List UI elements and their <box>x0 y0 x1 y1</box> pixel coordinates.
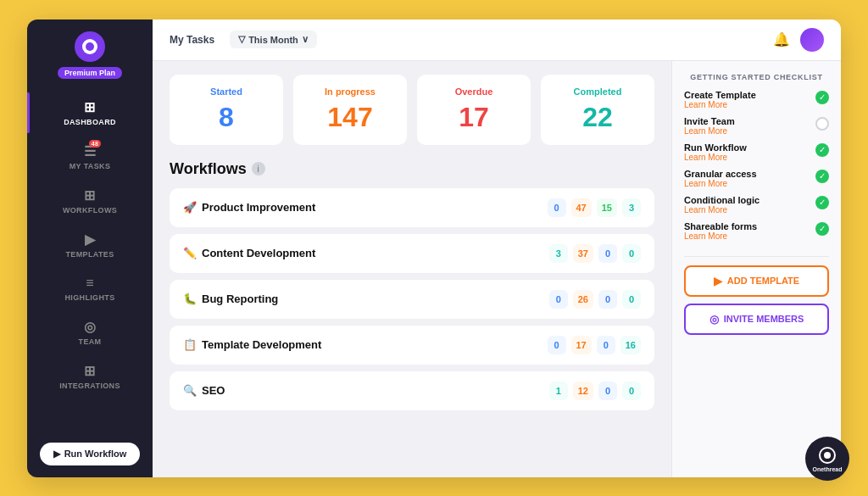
workflow-row[interactable]: ✏️ Content Development33700 <box>170 234 654 273</box>
info-icon[interactable]: i <box>252 162 265 176</box>
sidebar-item-templates[interactable]: ▶ TEMPLATES <box>27 225 153 265</box>
checklist-item-name: Conditional logic <box>684 195 760 205</box>
checklist-item-name: Shareable forms <box>684 221 757 231</box>
workflow-name: 🚀 Product Improvement <box>183 201 548 214</box>
sidebar-item-dashboard[interactable]: ⊞ DASHBOARD <box>27 92 153 133</box>
checklist-item: Create Template Learn More ✓ <box>684 90 829 109</box>
notification-bell-icon[interactable]: 🔔 <box>773 31 790 47</box>
app-logo[interactable] <box>75 31 105 62</box>
stat-card-inprogress: In progress 147 <box>293 75 407 145</box>
checklist-item-text: Run Workflow Learn More <box>684 142 747 162</box>
templates-icon: ▶ <box>85 231 95 248</box>
checklist-item-name: Invite Team <box>684 116 735 126</box>
add-template-icon: ▶ <box>714 275 722 287</box>
workflow-badge: 0 <box>598 244 617 263</box>
checklist-item: Granular access Learn More ✓ <box>684 169 829 188</box>
checklist-item: Shareable forms Learn More ✓ <box>684 221 829 241</box>
inprogress-value: 147 <box>312 102 388 133</box>
workflows-header: Workflows i <box>170 160 654 178</box>
workflow-title: Content Development <box>202 247 315 259</box>
checklist-item-name: Granular access <box>684 169 757 179</box>
premium-badge: Premium Plan <box>58 67 122 79</box>
chevron-down-icon: ∨ <box>302 34 309 45</box>
checklist-item-text: Create Template Learn More <box>684 90 756 109</box>
workflow-badges: 047153 <box>548 198 642 217</box>
workflow-badge: 37 <box>573 244 593 263</box>
checklist-items: Create Template Learn More ✓ Invite Team… <box>684 90 829 248</box>
workflow-badge: 17 <box>571 336 592 354</box>
workflow-badge: 15 <box>597 198 617 217</box>
workflow-badge: 0 <box>598 290 617 309</box>
workflow-badge: 0 <box>549 290 568 309</box>
workflow-name: 📋 Template Development <box>183 338 548 351</box>
highlights-icon: ≡ <box>86 276 94 291</box>
sidebar-item-team[interactable]: ◎ TEAM <box>27 312 153 353</box>
workflow-badge: 0 <box>597 336 615 354</box>
inprogress-label: In progress <box>312 86 388 97</box>
main-content: My Tasks ▽ This Month ∨ 🔔 Started 8 <box>153 20 841 477</box>
play-icon: ▶ <box>53 449 60 460</box>
invite-members-button[interactable]: ◎ INVITE MEMBERS <box>684 304 829 335</box>
run-workflow-button[interactable]: ▶ Run Workflow <box>40 443 141 465</box>
user-avatar[interactable] <box>800 28 824 52</box>
checklist-learn-more[interactable]: Learn More <box>684 100 756 109</box>
workflow-emoji: ✏️ <box>183 247 197 259</box>
workflow-emoji: 🔍 <box>183 384 197 397</box>
checklist-status-icon: ✓ <box>815 196 829 209</box>
stat-card-overdue: Overdue 17 <box>417 75 531 145</box>
workflow-title: SEO <box>202 384 225 397</box>
workflow-badge: 0 <box>622 244 641 263</box>
sidebar-item-workflows[interactable]: ⊞ WORKFLOWS <box>27 181 153 221</box>
workflow-emoji: 🐛 <box>183 293 197 305</box>
invite-members-icon: ◎ <box>709 313 719 326</box>
workflow-badge: 12 <box>573 382 593 400</box>
checklist-item: Invite Team Learn More <box>684 116 829 136</box>
workflow-badge: 0 <box>548 336 566 354</box>
workflow-title: Product Improvement <box>202 201 315 214</box>
sidebar-item-integrations[interactable]: ⊞ INTEGRATIONS <box>27 356 153 397</box>
checklist-status-icon: ✓ <box>815 91 829 104</box>
filter-button[interactable]: ▽ This Month ∨ <box>230 31 317 48</box>
workflow-name: 🔍 SEO <box>183 384 549 397</box>
workflow-badge: 47 <box>571 198 592 217</box>
checklist-learn-more[interactable]: Learn More <box>684 126 735 136</box>
my-tasks-tab[interactable]: My Tasks <box>170 34 214 46</box>
workflow-badge: 0 <box>598 382 617 400</box>
workflow-badge: 3 <box>549 244 568 263</box>
overdue-value: 17 <box>436 102 512 133</box>
workflow-badges: 11200 <box>549 382 641 400</box>
checklist-item-text: Invite Team Learn More <box>684 116 735 136</box>
sidebar-item-highlights[interactable]: ≡ HIGHLIGHTS <box>27 269 153 309</box>
workflow-badge: 0 <box>622 382 641 400</box>
integrations-icon: ⊞ <box>84 363 95 379</box>
mytasks-icon: ☰ 48 <box>84 143 96 159</box>
workflow-row[interactable]: 🔍 SEO11200 <box>170 371 654 410</box>
dashboard-icon: ⊞ <box>84 99 95 115</box>
workflow-badge: 3 <box>622 198 641 217</box>
onethread-logo[interactable]: Onethread <box>805 437 849 481</box>
workflows-title: Workflows <box>170 160 247 178</box>
checklist-learn-more[interactable]: Learn More <box>684 231 757 241</box>
add-template-button[interactable]: ▶ ADD TEMPLATE <box>684 265 829 297</box>
checklist-learn-more[interactable]: Learn More <box>684 179 757 188</box>
checklist-status-icon: ✓ <box>815 170 829 183</box>
main-panel: Started 8 In progress 147 Overdue 17 Com… <box>153 61 671 477</box>
workflow-row[interactable]: 🐛 Bug Reporting02600 <box>170 280 654 319</box>
checklist-item-text: Shareable forms Learn More <box>684 221 757 241</box>
right-panel: GETTING STARTED CHECKLIST Create Templat… <box>671 61 841 477</box>
workflow-badge: 26 <box>573 290 593 309</box>
workflow-row[interactable]: 🚀 Product Improvement047153 <box>170 188 654 227</box>
workflow-title: Template Development <box>202 338 321 351</box>
workflow-row[interactable]: 📋 Template Development017016 <box>170 326 654 365</box>
sidebar-item-mytasks[interactable]: ☰ 48 MY TASKS <box>27 137 153 177</box>
workflow-badge: 0 <box>548 198 566 217</box>
checklist-item: Run Workflow Learn More ✓ <box>684 142 829 162</box>
completed-value: 22 <box>559 102 636 133</box>
checklist-learn-more[interactable]: Learn More <box>684 153 747 162</box>
checklist-status-icon: ✓ <box>815 143 829 157</box>
overdue-label: Overdue <box>436 86 512 97</box>
workflow-badge: 16 <box>620 336 641 354</box>
completed-label: Completed <box>559 86 636 97</box>
workflow-list: 🚀 Product Improvement047153✏️ Content De… <box>170 188 654 410</box>
checklist-learn-more[interactable]: Learn More <box>684 205 760 215</box>
